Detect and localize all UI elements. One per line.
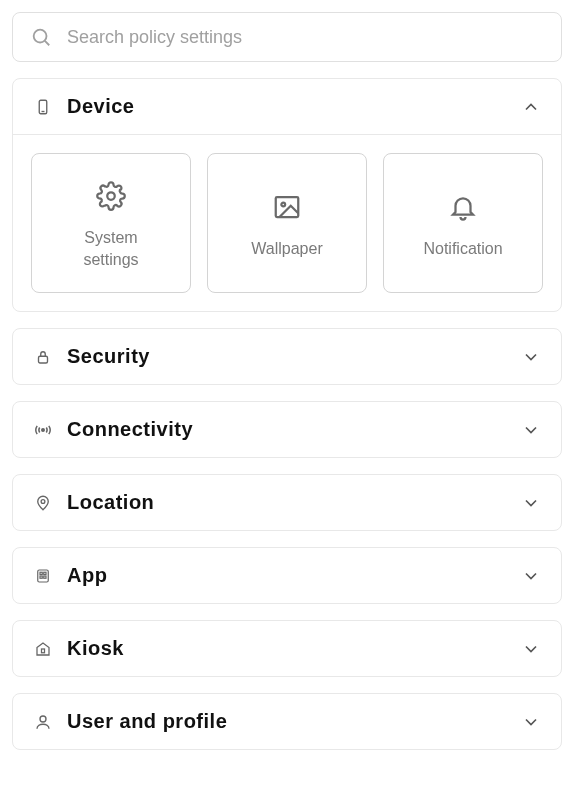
section-security: Security: [12, 328, 562, 385]
section-title: Device: [67, 95, 507, 118]
svg-line-1: [45, 41, 49, 45]
section-header-device[interactable]: Device: [13, 79, 561, 134]
svg-rect-10: [38, 570, 49, 582]
tile-label: Wallpaper: [251, 238, 322, 260]
section-title: Connectivity: [67, 418, 507, 441]
chevron-down-icon: [521, 639, 541, 659]
svg-rect-12: [44, 572, 46, 574]
section-app: App: [12, 547, 562, 604]
chevron-down-icon: [521, 566, 541, 586]
chevron-up-icon: [521, 97, 541, 117]
svg-point-4: [107, 193, 115, 201]
tile-label: Notification: [423, 238, 502, 260]
device-icon: [33, 97, 53, 117]
kiosk-icon: [33, 639, 53, 659]
svg-point-16: [40, 716, 46, 722]
search-input[interactable]: [67, 27, 545, 48]
section-header-app[interactable]: App: [13, 548, 561, 603]
gear-icon: [94, 179, 128, 213]
tile-wallpaper[interactable]: Wallpaper: [207, 153, 367, 293]
section-header-connectivity[interactable]: Connectivity: [13, 402, 561, 457]
image-icon: [270, 190, 304, 224]
svg-rect-11: [40, 572, 42, 574]
search-icon: [29, 25, 53, 49]
section-title: App: [67, 564, 507, 587]
svg-rect-7: [39, 356, 48, 363]
svg-point-8: [42, 428, 45, 431]
tile-notification[interactable]: Notification: [383, 153, 543, 293]
svg-point-9: [41, 499, 45, 503]
section-title: Kiosk: [67, 637, 507, 660]
svg-rect-5: [276, 197, 299, 217]
search-box[interactable]: [12, 12, 562, 62]
chevron-down-icon: [521, 712, 541, 732]
chevron-down-icon: [521, 420, 541, 440]
section-body-device: Systemsettings Wallpaper Notification: [13, 134, 561, 311]
section-connectivity: Connectivity: [12, 401, 562, 458]
lock-icon: [33, 347, 53, 367]
section-header-location[interactable]: Location: [13, 475, 561, 530]
section-header-security[interactable]: Security: [13, 329, 561, 384]
svg-rect-14: [44, 576, 46, 578]
tile-system-settings[interactable]: Systemsettings: [31, 153, 191, 293]
chevron-down-icon: [521, 493, 541, 513]
svg-point-6: [281, 203, 285, 207]
section-title: User and profile: [67, 710, 507, 733]
bell-icon: [446, 190, 480, 224]
section-user: User and profile: [12, 693, 562, 750]
section-device: Device Systemsettings Wallpaper Notifica…: [12, 78, 562, 312]
section-header-kiosk[interactable]: Kiosk: [13, 621, 561, 676]
svg-point-0: [34, 30, 47, 43]
chevron-down-icon: [521, 347, 541, 367]
svg-rect-13: [40, 576, 42, 578]
tile-label: Systemsettings: [83, 227, 138, 270]
section-kiosk: Kiosk: [12, 620, 562, 677]
svg-rect-15: [42, 649, 45, 653]
user-icon: [33, 712, 53, 732]
app-icon: [33, 566, 53, 586]
pin-icon: [33, 493, 53, 513]
section-location: Location: [12, 474, 562, 531]
section-title: Location: [67, 491, 507, 514]
signal-icon: [33, 420, 53, 440]
section-title: Security: [67, 345, 507, 368]
section-header-user[interactable]: User and profile: [13, 694, 561, 749]
